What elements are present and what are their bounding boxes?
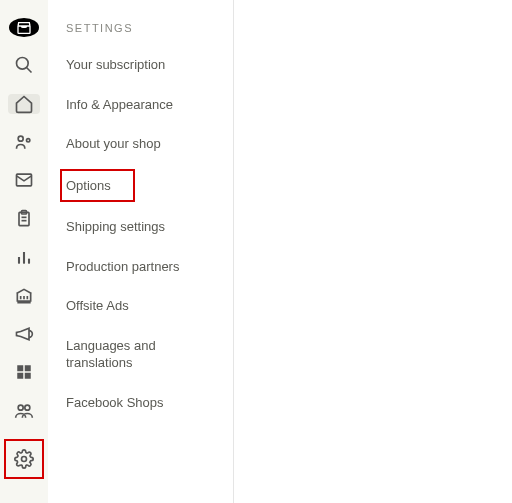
bank-icon[interactable]	[8, 285, 40, 305]
svg-line-1	[27, 68, 32, 73]
settings-gear-highlight	[4, 439, 44, 479]
svg-rect-12	[17, 366, 23, 372]
svg-point-0	[17, 58, 29, 70]
menu-item-about-shop[interactable]: About your shop	[66, 135, 233, 153]
menu-item-options[interactable]: Options	[60, 169, 135, 203]
svg-point-2	[18, 136, 23, 141]
menu-item-languages[interactable]: Languages and translations	[66, 337, 233, 372]
megaphone-icon[interactable]	[8, 324, 40, 344]
menu-item-subscription[interactable]: Your subscription	[66, 56, 233, 74]
svg-rect-15	[25, 373, 31, 379]
svg-point-17	[25, 405, 30, 410]
menu-item-production-partners[interactable]: Production partners	[66, 258, 233, 276]
svg-rect-13	[25, 366, 31, 372]
content-area	[234, 0, 512, 503]
people-icon[interactable]	[8, 132, 40, 152]
svg-point-18	[22, 457, 27, 462]
gear-icon[interactable]	[8, 443, 40, 475]
settings-menu: Your subscription Info & Appearance Abou…	[66, 56, 233, 411]
search-icon[interactable]	[8, 55, 40, 75]
stats-icon[interactable]	[8, 247, 40, 267]
home-icon[interactable]	[8, 94, 40, 114]
menu-item-offsite-ads[interactable]: Offsite Ads	[66, 297, 233, 315]
menu-item-facebook-shops[interactable]: Facebook Shops	[66, 394, 233, 412]
menu-item-shipping[interactable]: Shipping settings	[66, 218, 233, 236]
menu-item-info-appearance[interactable]: Info & Appearance	[66, 96, 233, 114]
grid-icon[interactable]	[8, 362, 40, 382]
community-icon[interactable]	[8, 401, 40, 421]
svg-rect-14	[17, 373, 23, 379]
clipboard-icon[interactable]	[8, 209, 40, 229]
svg-point-3	[27, 139, 30, 142]
icon-rail	[0, 0, 48, 503]
mail-icon[interactable]	[8, 170, 40, 190]
panel-heading: SETTINGS	[66, 22, 233, 34]
svg-point-16	[18, 405, 23, 410]
shop-logo-icon[interactable]	[9, 18, 39, 37]
settings-panel: SETTINGS Your subscription Info & Appear…	[48, 0, 234, 503]
